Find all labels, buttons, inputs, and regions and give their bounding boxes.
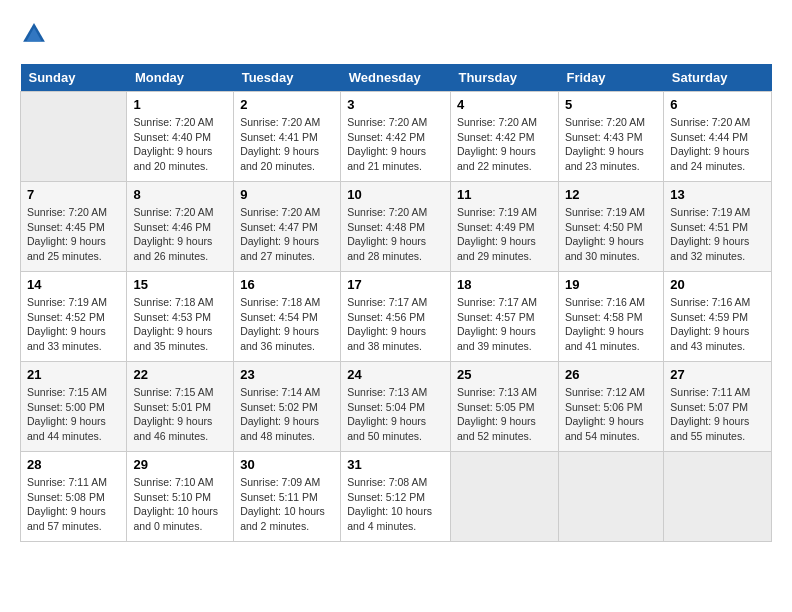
day-cell: 30Sunrise: 7:09 AMSunset: 5:11 PMDayligh… <box>234 452 341 542</box>
day-info: Sunrise: 7:20 AMSunset: 4:43 PMDaylight:… <box>565 115 657 174</box>
day-cell: 6Sunrise: 7:20 AMSunset: 4:44 PMDaylight… <box>664 92 772 182</box>
day-cell: 7Sunrise: 7:20 AMSunset: 4:45 PMDaylight… <box>21 182 127 272</box>
day-cell <box>21 92 127 182</box>
day-number: 11 <box>457 187 552 202</box>
day-cell: 12Sunrise: 7:19 AMSunset: 4:50 PMDayligh… <box>558 182 663 272</box>
day-number: 22 <box>133 367 227 382</box>
day-cell: 22Sunrise: 7:15 AMSunset: 5:01 PMDayligh… <box>127 362 234 452</box>
day-number: 10 <box>347 187 444 202</box>
day-cell: 2Sunrise: 7:20 AMSunset: 4:41 PMDaylight… <box>234 92 341 182</box>
day-cell: 29Sunrise: 7:10 AMSunset: 5:10 PMDayligh… <box>127 452 234 542</box>
col-header-tuesday: Tuesday <box>234 64 341 92</box>
day-cell: 9Sunrise: 7:20 AMSunset: 4:47 PMDaylight… <box>234 182 341 272</box>
day-info: Sunrise: 7:20 AMSunset: 4:48 PMDaylight:… <box>347 205 444 264</box>
day-number: 3 <box>347 97 444 112</box>
col-header-saturday: Saturday <box>664 64 772 92</box>
day-cell: 11Sunrise: 7:19 AMSunset: 4:49 PMDayligh… <box>450 182 558 272</box>
col-header-thursday: Thursday <box>450 64 558 92</box>
logo-icon <box>20 20 48 48</box>
day-number: 13 <box>670 187 765 202</box>
week-row-1: 1Sunrise: 7:20 AMSunset: 4:40 PMDaylight… <box>21 92 772 182</box>
day-cell: 14Sunrise: 7:19 AMSunset: 4:52 PMDayligh… <box>21 272 127 362</box>
day-cell: 23Sunrise: 7:14 AMSunset: 5:02 PMDayligh… <box>234 362 341 452</box>
col-header-sunday: Sunday <box>21 64 127 92</box>
day-cell: 3Sunrise: 7:20 AMSunset: 4:42 PMDaylight… <box>341 92 451 182</box>
day-number: 24 <box>347 367 444 382</box>
day-info: Sunrise: 7:20 AMSunset: 4:42 PMDaylight:… <box>347 115 444 174</box>
day-info: Sunrise: 7:20 AMSunset: 4:40 PMDaylight:… <box>133 115 227 174</box>
day-number: 9 <box>240 187 334 202</box>
day-number: 7 <box>27 187 120 202</box>
calendar-body: 1Sunrise: 7:20 AMSunset: 4:40 PMDaylight… <box>21 92 772 542</box>
day-cell <box>558 452 663 542</box>
col-header-monday: Monday <box>127 64 234 92</box>
day-number: 2 <box>240 97 334 112</box>
day-info: Sunrise: 7:20 AMSunset: 4:46 PMDaylight:… <box>133 205 227 264</box>
day-info: Sunrise: 7:12 AMSunset: 5:06 PMDaylight:… <box>565 385 657 444</box>
page-header <box>20 20 772 48</box>
day-info: Sunrise: 7:14 AMSunset: 5:02 PMDaylight:… <box>240 385 334 444</box>
day-info: Sunrise: 7:19 AMSunset: 4:52 PMDaylight:… <box>27 295 120 354</box>
day-number: 26 <box>565 367 657 382</box>
day-info: Sunrise: 7:18 AMSunset: 4:54 PMDaylight:… <box>240 295 334 354</box>
day-info: Sunrise: 7:20 AMSunset: 4:42 PMDaylight:… <box>457 115 552 174</box>
day-cell: 15Sunrise: 7:18 AMSunset: 4:53 PMDayligh… <box>127 272 234 362</box>
col-header-friday: Friday <box>558 64 663 92</box>
day-number: 19 <box>565 277 657 292</box>
day-number: 21 <box>27 367 120 382</box>
day-info: Sunrise: 7:13 AMSunset: 5:04 PMDaylight:… <box>347 385 444 444</box>
day-info: Sunrise: 7:19 AMSunset: 4:49 PMDaylight:… <box>457 205 552 264</box>
day-cell: 26Sunrise: 7:12 AMSunset: 5:06 PMDayligh… <box>558 362 663 452</box>
day-cell: 17Sunrise: 7:17 AMSunset: 4:56 PMDayligh… <box>341 272 451 362</box>
day-info: Sunrise: 7:17 AMSunset: 4:57 PMDaylight:… <box>457 295 552 354</box>
day-number: 25 <box>457 367 552 382</box>
calendar-header: SundayMondayTuesdayWednesdayThursdayFrid… <box>21 64 772 92</box>
day-cell: 10Sunrise: 7:20 AMSunset: 4:48 PMDayligh… <box>341 182 451 272</box>
day-cell <box>450 452 558 542</box>
day-cell: 5Sunrise: 7:20 AMSunset: 4:43 PMDaylight… <box>558 92 663 182</box>
day-number: 8 <box>133 187 227 202</box>
day-info: Sunrise: 7:19 AMSunset: 4:51 PMDaylight:… <box>670 205 765 264</box>
day-info: Sunrise: 7:11 AMSunset: 5:07 PMDaylight:… <box>670 385 765 444</box>
day-cell: 27Sunrise: 7:11 AMSunset: 5:07 PMDayligh… <box>664 362 772 452</box>
day-number: 12 <box>565 187 657 202</box>
day-info: Sunrise: 7:11 AMSunset: 5:08 PMDaylight:… <box>27 475 120 534</box>
day-cell: 20Sunrise: 7:16 AMSunset: 4:59 PMDayligh… <box>664 272 772 362</box>
logo <box>20 20 52 48</box>
day-info: Sunrise: 7:20 AMSunset: 4:47 PMDaylight:… <box>240 205 334 264</box>
day-number: 23 <box>240 367 334 382</box>
day-cell: 31Sunrise: 7:08 AMSunset: 5:12 PMDayligh… <box>341 452 451 542</box>
day-info: Sunrise: 7:10 AMSunset: 5:10 PMDaylight:… <box>133 475 227 534</box>
day-info: Sunrise: 7:16 AMSunset: 4:59 PMDaylight:… <box>670 295 765 354</box>
day-info: Sunrise: 7:15 AMSunset: 5:01 PMDaylight:… <box>133 385 227 444</box>
day-cell: 21Sunrise: 7:15 AMSunset: 5:00 PMDayligh… <box>21 362 127 452</box>
day-info: Sunrise: 7:20 AMSunset: 4:41 PMDaylight:… <box>240 115 334 174</box>
day-cell: 8Sunrise: 7:20 AMSunset: 4:46 PMDaylight… <box>127 182 234 272</box>
day-info: Sunrise: 7:15 AMSunset: 5:00 PMDaylight:… <box>27 385 120 444</box>
week-row-3: 14Sunrise: 7:19 AMSunset: 4:52 PMDayligh… <box>21 272 772 362</box>
day-number: 17 <box>347 277 444 292</box>
day-info: Sunrise: 7:20 AMSunset: 4:44 PMDaylight:… <box>670 115 765 174</box>
day-info: Sunrise: 7:18 AMSunset: 4:53 PMDaylight:… <box>133 295 227 354</box>
day-info: Sunrise: 7:13 AMSunset: 5:05 PMDaylight:… <box>457 385 552 444</box>
day-number: 27 <box>670 367 765 382</box>
day-number: 20 <box>670 277 765 292</box>
day-cell: 16Sunrise: 7:18 AMSunset: 4:54 PMDayligh… <box>234 272 341 362</box>
day-number: 28 <box>27 457 120 472</box>
week-row-4: 21Sunrise: 7:15 AMSunset: 5:00 PMDayligh… <box>21 362 772 452</box>
day-number: 4 <box>457 97 552 112</box>
day-number: 14 <box>27 277 120 292</box>
col-header-wednesday: Wednesday <box>341 64 451 92</box>
day-cell: 25Sunrise: 7:13 AMSunset: 5:05 PMDayligh… <box>450 362 558 452</box>
day-info: Sunrise: 7:08 AMSunset: 5:12 PMDaylight:… <box>347 475 444 534</box>
day-number: 6 <box>670 97 765 112</box>
week-row-5: 28Sunrise: 7:11 AMSunset: 5:08 PMDayligh… <box>21 452 772 542</box>
day-number: 30 <box>240 457 334 472</box>
day-number: 31 <box>347 457 444 472</box>
day-cell <box>664 452 772 542</box>
header-row: SundayMondayTuesdayWednesdayThursdayFrid… <box>21 64 772 92</box>
day-cell: 4Sunrise: 7:20 AMSunset: 4:42 PMDaylight… <box>450 92 558 182</box>
day-number: 15 <box>133 277 227 292</box>
calendar-table: SundayMondayTuesdayWednesdayThursdayFrid… <box>20 64 772 542</box>
day-cell: 19Sunrise: 7:16 AMSunset: 4:58 PMDayligh… <box>558 272 663 362</box>
